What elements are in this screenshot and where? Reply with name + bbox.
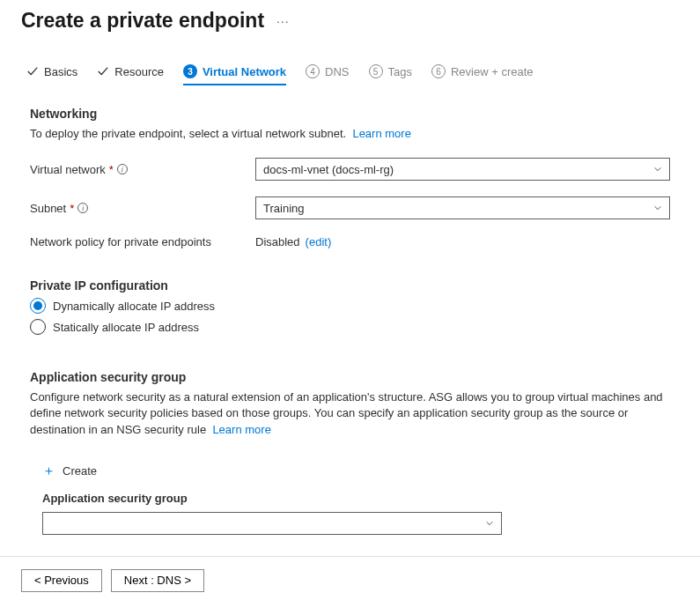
- radio-dynamic-ip[interactable]: Dynamically allocate IP address: [30, 298, 670, 314]
- vnet-label: Virtual network * i: [30, 163, 255, 176]
- tab-tags[interactable]: 5 Tags: [369, 64, 412, 85]
- tab-label: DNS: [325, 65, 349, 78]
- next-button[interactable]: Next : DNS >: [111, 569, 204, 592]
- radio-label: Statically allocate IP address: [53, 321, 199, 334]
- asg-column-header: Application security group: [42, 492, 670, 505]
- label-text: Network policy for private endpoints: [30, 235, 211, 248]
- radio-label: Dynamically allocate IP address: [53, 300, 215, 313]
- subnet-label: Subnet * i: [30, 202, 255, 215]
- tab-dns[interactable]: 4 DNS: [306, 64, 349, 85]
- step-number-icon: 5: [369, 64, 383, 78]
- section-ip-heading: Private IP configuration: [30, 278, 670, 293]
- tab-basics[interactable]: Basics: [26, 64, 77, 85]
- tab-label: Resource: [114, 65, 164, 78]
- plus-icon: ＋: [42, 463, 55, 479]
- desc-text: To deploy the private endpoint, select a…: [30, 127, 346, 140]
- learn-more-link[interactable]: Learn more: [352, 127, 410, 140]
- radio-icon: [30, 298, 46, 314]
- select-value: docs-ml-vnet (docs-ml-rg): [263, 163, 394, 176]
- button-label: Create: [63, 464, 97, 478]
- policy-label: Network policy for private endpoints: [30, 235, 255, 248]
- wizard-tabs: Basics Resource 3 Virtual Network 4 DNS …: [0, 33, 700, 85]
- section-networking-heading: Networking: [30, 107, 670, 121]
- radio-icon: [30, 319, 46, 335]
- section-networking-desc: To deploy the private endpoint, select a…: [30, 126, 670, 142]
- previous-button[interactable]: < Previous: [21, 569, 102, 592]
- tab-label: Basics: [44, 65, 77, 78]
- asg-select[interactable]: [42, 512, 502, 535]
- step-number-icon: 6: [431, 64, 446, 78]
- tab-label: Tags: [388, 65, 412, 78]
- radio-static-ip[interactable]: Statically allocate IP address: [30, 319, 670, 335]
- label-text: Subnet: [30, 202, 66, 215]
- tab-virtual-network[interactable]: 3 Virtual Network: [183, 64, 286, 85]
- step-number-icon: 3: [183, 64, 197, 78]
- tab-label: Virtual Network: [203, 65, 286, 78]
- wizard-footer: < Previous Next : DNS >: [0, 556, 700, 604]
- required-icon: *: [109, 163, 114, 176]
- info-icon[interactable]: i: [117, 164, 128, 174]
- page-title: Create a private endpoint: [21, 9, 264, 33]
- chevron-down-icon: [653, 204, 662, 212]
- vnet-select[interactable]: docs-ml-vnet (docs-ml-rg): [255, 158, 670, 181]
- step-number-icon: 4: [306, 64, 320, 78]
- required-icon: *: [70, 202, 74, 215]
- policy-value: Disabled: [255, 235, 300, 248]
- create-asg-button[interactable]: ＋ Create: [42, 463, 97, 479]
- label-text: Virtual network: [30, 163, 106, 176]
- check-icon: [26, 65, 39, 78]
- learn-more-link[interactable]: Learn more: [212, 423, 270, 436]
- more-icon[interactable]: ···: [276, 14, 290, 28]
- chevron-down-icon: [485, 519, 494, 528]
- edit-link[interactable]: (edit): [306, 235, 332, 248]
- section-asg-desc: Configure network security as a natural …: [30, 389, 670, 438]
- section-asg-heading: Application security group: [30, 370, 670, 384]
- tab-resource[interactable]: Resource: [97, 64, 164, 85]
- tab-review-create[interactable]: 6 Review + create: [431, 64, 534, 85]
- check-icon: [97, 65, 109, 78]
- select-value: Training: [263, 202, 304, 215]
- tab-label: Review + create: [451, 65, 534, 78]
- chevron-down-icon: [653, 165, 662, 174]
- desc-text: Configure network security as a natural …: [30, 390, 663, 435]
- info-icon[interactable]: i: [77, 203, 88, 213]
- subnet-select[interactable]: Training: [255, 196, 670, 219]
